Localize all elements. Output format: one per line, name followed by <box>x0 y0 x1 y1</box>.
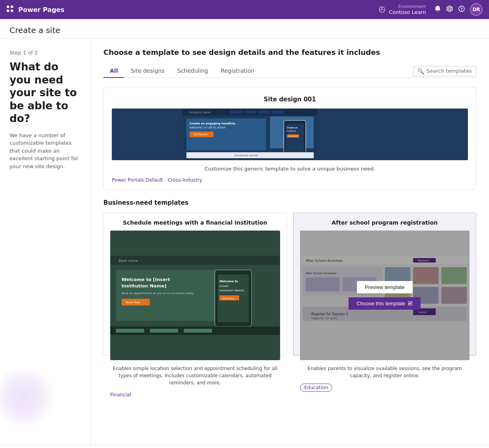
settings-button[interactable] <box>446 5 453 14</box>
financial-template-preview: Bank name Welcome to [Insert Institution… <box>110 231 280 360</box>
featured-template-desc: Customize this generic template to solve… <box>112 166 468 172</box>
svg-text:Get Started: Get Started <box>194 133 208 136</box>
help-button[interactable] <box>458 5 465 14</box>
svg-rect-13 <box>272 111 284 114</box>
top-navigation: Power Pages Environment Contoso Learn DR <box>0 0 489 19</box>
main-content: Choose a template to see design details … <box>91 39 489 445</box>
education-template-preview: After School Activities Register After S… <box>300 231 470 360</box>
svg-rect-0 <box>7 6 9 8</box>
svg-rect-1 <box>11 6 13 8</box>
svg-rect-11 <box>244 111 256 114</box>
tab-registration[interactable]: Registration <box>214 64 261 78</box>
financial-tag[interactable]: Financial <box>110 390 280 398</box>
svg-text:Book Now: Book Now <box>126 301 140 304</box>
cursor-icon: 🗹 <box>407 301 413 306</box>
tag-cross-industry[interactable]: Cross-Industry <box>168 177 202 183</box>
svg-text:Company name: Company name <box>189 111 210 114</box>
svg-text:Institution Name]: Institution Name] <box>219 289 244 292</box>
svg-text:welcome, or call to action: welcome, or call to action <box>190 126 226 129</box>
bottom-bar: Back Next Cancel <box>0 445 489 448</box>
svg-text:Create an engaging headline,: Create an engaging headline, <box>190 122 236 125</box>
svg-rect-47 <box>184 329 212 333</box>
svg-text:engaging: engaging <box>287 130 296 132</box>
svg-text:Book Now: Book Now <box>223 297 234 300</box>
education-tag-container: Education <box>300 383 470 392</box>
tag-power-portals[interactable]: Power Portals Default <box>112 177 163 183</box>
financial-template-card[interactable]: Schedule meetings with a financial insti… <box>103 213 287 356</box>
sidebar: Step 1 of 2 What do you need your site t… <box>0 39 91 445</box>
search-templates-input[interactable]: 🔍 Search templates <box>413 66 476 76</box>
svg-rect-46 <box>150 329 178 333</box>
choose-template-label: Choose this template <box>357 301 405 306</box>
education-tag[interactable]: Education <box>300 384 333 392</box>
education-template-card[interactable]: After school program registration After … <box>293 213 477 356</box>
financial-template-desc: Enables simple location selection and ap… <box>110 365 280 386</box>
template-hover-overlay: Preview template Choose this template 🗹 <box>300 231 470 360</box>
featured-template-title: Site design 001 <box>112 96 468 103</box>
page-body: Step 1 of 2 What do you need your site t… <box>0 39 489 445</box>
svg-text:Create an: Create an <box>287 126 298 129</box>
svg-text:Read More: Read More <box>289 135 298 137</box>
step-indicator: Step 1 of 2 <box>10 50 81 56</box>
tab-scheduling[interactable]: Scheduling <box>171 64 214 78</box>
choose-template-button[interactable]: Choose this template 🗹 <box>349 297 421 310</box>
preview-template-button[interactable]: Preview template <box>357 281 413 293</box>
education-template-title: After school program registration <box>300 219 470 226</box>
svg-text:Bank name: Bank name <box>119 259 138 263</box>
notifications-button[interactable] <box>434 5 441 14</box>
svg-text:[Insert: [Insert <box>219 284 228 288</box>
environment-icon <box>378 6 386 13</box>
tab-all[interactable]: All <box>103 64 124 78</box>
tab-site-designs[interactable]: Site designs <box>124 64 171 78</box>
main-heading: Choose a template to see design details … <box>103 48 476 56</box>
business-templates-grid: Schedule meetings with a financial insti… <box>103 213 476 356</box>
section-heading: Business-need templates <box>103 199 476 206</box>
avatar[interactable]: DR <box>470 3 483 16</box>
svg-rect-3 <box>11 10 13 12</box>
grid-icon[interactable] <box>6 5 14 14</box>
app-title: Power Pages <box>18 6 374 14</box>
environment-label: Environment <box>398 4 426 9</box>
sidebar-decoration <box>0 365 56 429</box>
tabs-bar: All Site designs Scheduling Registration… <box>103 64 476 78</box>
financial-template-title: Schedule meetings with a financial insti… <box>110 219 280 226</box>
svg-text:Welcome to [Insert: Welcome to [Insert <box>121 277 170 282</box>
svg-point-6 <box>461 10 462 11</box>
svg-rect-2 <box>7 10 9 12</box>
featured-template-preview: Company name Create an engaging headline… <box>112 109 468 160</box>
featured-template-tags: Power Portals Default Cross-Industry <box>112 177 468 183</box>
svg-text:Introduction section: Introduction section <box>234 154 258 157</box>
page-title: Create a site <box>10 25 60 35</box>
svg-text:Welcome to: Welcome to <box>219 279 238 283</box>
topnav-icons: DR <box>434 3 483 16</box>
education-template-desc: Enables parents to visualize available s… <box>300 365 470 379</box>
svg-rect-10 <box>230 111 242 114</box>
sidebar-heading: What do you need your site to be able to… <box>10 60 81 125</box>
search-icon: 🔍 <box>417 68 424 74</box>
page-header: Create a site <box>0 19 489 39</box>
environment-info: Environment Contoso Learn <box>378 4 426 15</box>
featured-template-card[interactable]: Site design 001 Company name Create an e… <box>103 87 476 190</box>
environment-name: Contoso Learn <box>389 9 426 15</box>
svg-rect-12 <box>258 111 270 114</box>
svg-rect-45 <box>116 329 144 333</box>
svg-text:Institution Name]: Institution Name] <box>121 283 166 289</box>
search-placeholder: Search templates <box>427 68 472 74</box>
svg-text:Book an appointment at one of : Book an appointment at one of our locati… <box>121 291 193 295</box>
sidebar-description: We have a number of customizable templat… <box>10 132 81 171</box>
